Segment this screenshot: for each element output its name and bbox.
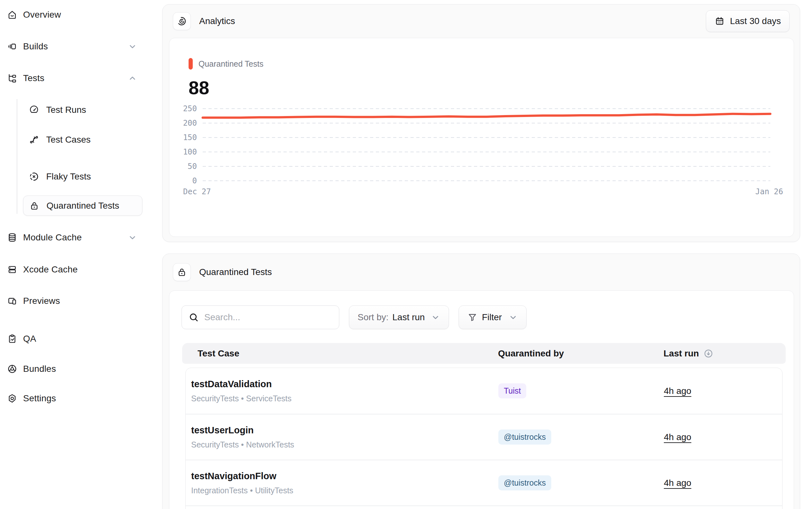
last-run-cell: 4h ago — [664, 478, 782, 488]
sidebar-item-module-cache[interactable]: Module Cache — [7, 230, 137, 245]
route-icon — [29, 135, 39, 145]
sidebar-item-label: Settings — [23, 393, 56, 404]
filter-label: Filter — [482, 312, 502, 323]
chevron-down-icon[interactable] — [128, 42, 137, 51]
quarantined-by-badge[interactable]: @tuistrocks — [498, 475, 551, 490]
wheel-icon — [7, 364, 17, 374]
sidebar-item-xcode-cache[interactable]: Xcode Cache — [7, 262, 137, 277]
sidebar-item-label: Bundles — [23, 364, 56, 374]
quarantined-by-badge[interactable]: Tuist — [498, 383, 526, 399]
legend-color-marker — [189, 58, 193, 70]
gauge-icon — [29, 105, 39, 115]
last-run-link[interactable]: 4h ago — [664, 432, 691, 442]
svg-text:Jan 26: Jan 26 — [755, 187, 783, 196]
sidebar-item-label: Flaky Tests — [46, 171, 91, 182]
sort-by-value: Last run — [392, 312, 425, 323]
svg-text:250: 250 — [183, 104, 197, 113]
chevron-down-icon — [508, 312, 518, 322]
quarantined-panel: Sort by: Last run Filter Test Case Quara… — [169, 291, 794, 509]
sidebar-nav: Overview Builds Tests Test Runs Test Cas… — [7, 0, 137, 406]
sidebar-item-settings[interactable]: Settings — [7, 391, 137, 406]
search-icon — [188, 312, 199, 323]
column-header-test-case: Test Case — [182, 348, 498, 359]
quarantined-by-cell: @tuistrocks — [498, 430, 664, 445]
sidebar-item-bundles[interactable]: Bundles — [7, 361, 137, 377]
sidebar-item-label: Builds — [23, 41, 48, 52]
table-body: testDataValidation SecurityTests • Servi… — [185, 368, 782, 509]
sidebar-item-quarantined-tests[interactable]: Quarantined Tests — [23, 196, 142, 216]
sidebar-item-qa[interactable]: QA — [7, 331, 137, 346]
sidebar-item-builds[interactable]: Builds — [7, 39, 137, 54]
sidebar-item-previews[interactable]: Previews — [7, 293, 137, 309]
search-box[interactable] — [182, 305, 339, 329]
column-header-quarantined-by: Quarantined by — [498, 348, 663, 359]
svg-text:Dec 27: Dec 27 — [183, 187, 211, 196]
quarantined-by-cell: @tuistrocks — [498, 475, 664, 490]
table-toolbar: Sort by: Last run Filter — [182, 305, 794, 329]
search-input[interactable] — [204, 312, 332, 323]
sidebar-item-label: Overview — [23, 10, 61, 20]
quarantined-tests-card: Quarantined Tests Sort by: Last run Filt… — [162, 253, 800, 509]
analytics-icon-box — [173, 12, 191, 30]
database-icon — [7, 232, 17, 243]
builds-icon — [7, 41, 17, 52]
chevron-down-icon — [431, 312, 440, 322]
sort-by-label: Sort by: — [358, 312, 388, 323]
sidebar-item-label: QA — [23, 334, 36, 344]
svg-text:200: 200 — [183, 118, 197, 128]
table-row[interactable]: testDataValidation SecurityTests • Servi… — [186, 368, 782, 414]
sidebar: Overview Builds Tests Test Runs Test Cas… — [0, 0, 162, 509]
column-header-last-run[interactable]: Last run — [663, 348, 786, 359]
calendar-icon — [715, 16, 725, 26]
svg-text:150: 150 — [183, 133, 197, 142]
filter-dropdown[interactable]: Filter — [459, 305, 527, 329]
chart-legend: Quarantined Tests — [189, 58, 794, 70]
last-run-cell: 4h ago — [664, 386, 782, 396]
quarantined-by-badge[interactable]: @tuistrocks — [498, 430, 551, 445]
test-case-cell: testUserLogin SecurityTests • NetworkTes… — [186, 425, 498, 449]
chevron-up-icon[interactable] — [128, 73, 137, 83]
quarantined-icon-box — [173, 263, 191, 281]
sidebar-item-overview[interactable]: Overview — [7, 7, 137, 23]
analytics-card: Analytics Last 30 days Quarantined Tests… — [162, 4, 800, 242]
test-case-cell: testNavigationFlow IntegrationTests • Ut… — [186, 471, 498, 495]
test-case-cell: testDataValidation SecurityTests • Servi… — [186, 379, 498, 403]
quarantined-card-header: Quarantined Tests — [163, 254, 800, 291]
table-row[interactable]: testUserLogin SecurityTests • NetworkTes… — [186, 414, 782, 460]
home-icon — [7, 10, 17, 20]
test-case-suites: SecurityTests • NetworkTests — [191, 440, 498, 449]
devices-icon — [7, 296, 17, 306]
svg-text:0: 0 — [192, 176, 197, 185]
sidebar-item-label: Previews — [23, 296, 60, 306]
quarantined-tests-line-chart: 050100150200250Dec 27Jan 26 — [181, 103, 784, 199]
sidebar-item-test-cases[interactable]: Test Cases — [7, 132, 137, 147]
sidebar-item-label: Tests — [23, 73, 44, 83]
sidebar-item-label: Quarantined Tests — [46, 201, 119, 211]
sidebar-item-flaky-tests[interactable]: Flaky Tests — [7, 169, 137, 184]
lock-icon — [29, 201, 39, 211]
test-case-suites: SecurityTests • ServiceTests — [191, 394, 498, 403]
svg-text:100: 100 — [183, 147, 197, 157]
sidebar-item-label: Test Runs — [46, 105, 86, 115]
date-range-button[interactable]: Last 30 days — [706, 10, 789, 32]
lock-icon — [177, 267, 187, 277]
sort-direction-icon[interactable] — [703, 348, 714, 359]
last-run-link[interactable]: 4h ago — [664, 386, 691, 396]
sidebar-item-test-runs[interactable]: Test Runs — [7, 102, 137, 117]
last-run-link[interactable]: 4h ago — [664, 478, 691, 488]
table-row[interactable]: testNavigationFlow IntegrationTests • Ut… — [186, 460, 782, 506]
quarantined-by-cell: Tuist — [498, 383, 664, 399]
sort-by-dropdown[interactable]: Sort by: Last run — [349, 305, 449, 329]
test-case-name: testNavigationFlow — [191, 471, 498, 481]
legend-label: Quarantined Tests — [198, 59, 263, 69]
tests-tree-icon — [7, 73, 17, 83]
tests-subnav: Test Runs Test Cases Flaky Tests Quarant… — [7, 102, 137, 216]
table-header-row: Test Case Quarantined by Last run — [182, 343, 786, 364]
sidebar-item-tests[interactable]: Tests — [7, 70, 137, 86]
test-case-name: testUserLogin — [191, 425, 498, 436]
clipboard-check-icon — [7, 334, 17, 344]
chevron-down-icon[interactable] — [128, 233, 137, 242]
date-range-label: Last 30 days — [730, 16, 781, 26]
sidebar-item-label: Module Cache — [23, 232, 82, 243]
metric-value: 88 — [189, 78, 794, 97]
